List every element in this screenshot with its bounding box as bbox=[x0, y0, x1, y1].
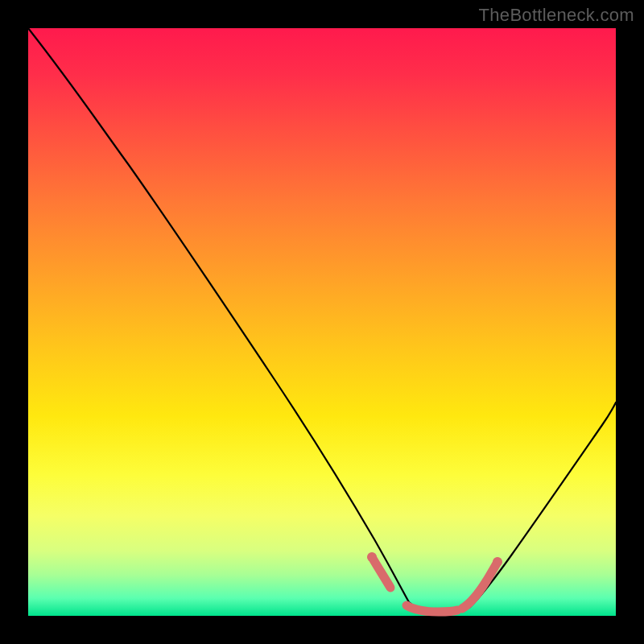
chart-frame: TheBottleneck.com bbox=[0, 0, 644, 644]
svg-point-1 bbox=[493, 557, 502, 567]
bottleneck-curve bbox=[28, 28, 616, 612]
svg-point-0 bbox=[367, 552, 377, 562]
chart-svg bbox=[0, 0, 644, 644]
